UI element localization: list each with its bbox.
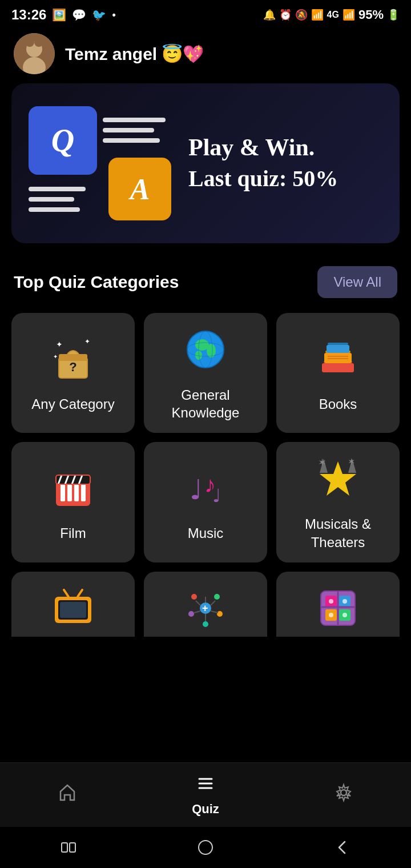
home-button[interactable] bbox=[188, 830, 223, 865]
svg-point-72 bbox=[329, 613, 333, 617]
gallery-icon: 🖼️ bbox=[52, 8, 66, 22]
categories-grid: ? ✦ ✦ ✦ Any Category Ge bbox=[0, 304, 411, 562]
musicals-theaters-icon: ✶ ✶ bbox=[315, 456, 361, 507]
category-card-film[interactable]: Film bbox=[11, 442, 135, 562]
svg-point-77 bbox=[341, 790, 346, 795]
time-display: 13:26 bbox=[11, 7, 46, 23]
any-category-label: Any Category bbox=[31, 395, 114, 413]
a-line-1 bbox=[29, 187, 86, 191]
view-all-button[interactable]: View All bbox=[317, 266, 397, 298]
categories-grid-partial: + bbox=[0, 562, 411, 637]
books-label: Books bbox=[319, 395, 357, 413]
dot-indicator: • bbox=[112, 9, 115, 21]
status-right: 🔔 ⏰ 🔕 📶 4G 📶 95% 🔋 bbox=[263, 7, 400, 22]
4g-label: 4G bbox=[327, 10, 339, 20]
signal-icon: 📶 bbox=[311, 9, 324, 21]
nav-home[interactable] bbox=[40, 782, 95, 807]
music-icon: ♩ ♪ ♩ bbox=[183, 465, 228, 516]
svg-rect-49 bbox=[60, 602, 86, 618]
svg-point-52 bbox=[214, 594, 220, 600]
shield-icon: 🔔 bbox=[263, 9, 276, 21]
science-icon: + bbox=[183, 585, 228, 637]
hero-illustration: Q A bbox=[29, 101, 177, 226]
film-label: Film bbox=[60, 524, 86, 542]
q-lines bbox=[103, 118, 166, 143]
svg-rect-28 bbox=[67, 484, 72, 501]
svg-point-51 bbox=[191, 594, 197, 600]
svg-text:♩: ♩ bbox=[190, 475, 203, 505]
svg-rect-30 bbox=[81, 484, 86, 501]
section-title: Top Quiz Categories bbox=[14, 272, 179, 292]
svg-rect-18 bbox=[322, 363, 354, 372]
battery-display: 95% bbox=[358, 7, 384, 22]
nav-settings[interactable] bbox=[316, 782, 371, 807]
svg-line-60 bbox=[211, 611, 218, 613]
svg-point-55 bbox=[203, 621, 208, 627]
hero-banner: Q A Play & Win. Last quiz: 50% bbox=[11, 83, 400, 243]
svg-point-53 bbox=[188, 611, 194, 617]
svg-line-57 bbox=[196, 601, 200, 605]
settings-icon bbox=[333, 782, 354, 807]
user-header: Temz angel 😇💖 bbox=[0, 27, 411, 83]
category-card-general-knowledge[interactable]: General Knowledge bbox=[144, 313, 267, 433]
category-card-music[interactable]: ♩ ♪ ♩ Music bbox=[144, 442, 267, 562]
q-line-3 bbox=[103, 138, 160, 143]
svg-line-47 bbox=[64, 590, 68, 597]
mute-icon: 🔕 bbox=[295, 9, 308, 21]
svg-text:?: ? bbox=[69, 360, 76, 374]
svg-rect-23 bbox=[328, 343, 348, 345]
svg-point-4 bbox=[34, 38, 43, 47]
bottom-nav: Quiz bbox=[0, 762, 411, 827]
general-knowledge-label: General Knowledge bbox=[151, 386, 260, 421]
a-lines bbox=[29, 187, 86, 212]
svg-rect-22 bbox=[327, 345, 349, 353]
svg-point-54 bbox=[217, 611, 223, 617]
svg-text:✦: ✦ bbox=[84, 337, 90, 345]
category-card-musicals-theaters[interactable]: ✶ ✶ Musicals & Theaters bbox=[276, 442, 400, 562]
a-card: A bbox=[108, 158, 171, 220]
general-knowledge-icon bbox=[183, 327, 228, 378]
recent-apps-button[interactable] bbox=[51, 830, 86, 865]
svg-point-70 bbox=[329, 599, 333, 604]
svg-rect-79 bbox=[70, 843, 75, 852]
svg-point-73 bbox=[342, 613, 347, 617]
q-line-2 bbox=[103, 128, 154, 132]
hero-title: Play & Win. bbox=[188, 133, 382, 162]
alarm-icon: ⏰ bbox=[279, 9, 292, 21]
svg-line-59 bbox=[194, 611, 200, 613]
nav-quiz[interactable]: Quiz bbox=[175, 773, 236, 817]
music-label: Music bbox=[188, 524, 224, 542]
android-nav-bar bbox=[0, 827, 411, 868]
svg-text:✦: ✦ bbox=[53, 353, 58, 360]
category-card-science[interactable]: + bbox=[144, 572, 267, 637]
q-card: Q bbox=[29, 106, 97, 175]
avatar bbox=[14, 33, 55, 74]
svg-rect-29 bbox=[74, 484, 79, 501]
category-card-any-category[interactable]: ? ✦ ✦ ✦ Any Category bbox=[11, 313, 135, 433]
category-card-video-games[interactable] bbox=[276, 572, 400, 637]
section-header: Top Quiz Categories View All bbox=[0, 255, 411, 304]
svg-point-71 bbox=[342, 599, 347, 604]
svg-rect-80 bbox=[199, 841, 212, 854]
svg-point-3 bbox=[25, 38, 34, 47]
q-line-1 bbox=[103, 118, 166, 122]
svg-text:♩: ♩ bbox=[212, 485, 221, 506]
quiz-label: Quiz bbox=[192, 802, 219, 817]
category-card-books[interactable]: Books bbox=[276, 313, 400, 433]
film-icon bbox=[50, 465, 96, 516]
hero-text: Play & Win. Last quiz: 50% bbox=[188, 133, 382, 194]
status-left: 13:26 🖼️ 💬 🐦 • bbox=[11, 7, 116, 23]
a-line-3 bbox=[29, 207, 80, 212]
status-bar: 13:26 🖼️ 💬 🐦 • 🔔 ⏰ 🔕 📶 4G 📶 95% 🔋 bbox=[0, 0, 411, 27]
back-button[interactable] bbox=[325, 830, 360, 865]
category-card-television[interactable] bbox=[11, 572, 135, 637]
svg-line-58 bbox=[211, 601, 215, 605]
signal-icon-2: 📶 bbox=[342, 9, 355, 21]
battery-icon: 🔋 bbox=[387, 9, 400, 21]
user-name: Temz angel 😇💖 bbox=[65, 44, 204, 64]
svg-rect-27 bbox=[61, 484, 65, 501]
svg-rect-78 bbox=[62, 843, 67, 852]
television-icon bbox=[50, 585, 96, 637]
avatar-image bbox=[14, 33, 55, 74]
a-line-2 bbox=[29, 197, 74, 202]
